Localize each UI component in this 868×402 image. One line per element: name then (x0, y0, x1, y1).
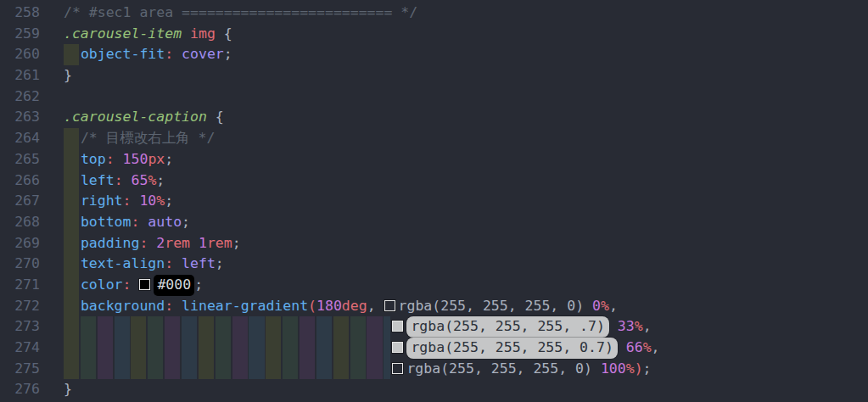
line-number[interactable]: 271 (0, 275, 40, 296)
code-line-content[interactable]: padding: 2rem 1rem; (64, 233, 241, 254)
code-token (131, 193, 139, 209)
code-token: rem (165, 235, 190, 251)
line-number[interactable]: 276 (0, 379, 40, 400)
line-number[interactable]: 258 (0, 3, 40, 24)
line-number[interactable]: 264 (0, 128, 40, 149)
line-number[interactable]: 273 (0, 316, 40, 338)
line-number[interactable]: 260 (0, 44, 40, 65)
code-token (139, 214, 148, 230)
code-token (64, 255, 81, 271)
code-line-content[interactable]: text-align: left; (64, 254, 224, 275)
code-token: linear-gradient (182, 298, 308, 314)
code-editor[interactable]: 258/* #sec1 area =======================… (0, 0, 868, 402)
line-number[interactable]: 272 (0, 296, 40, 317)
code-line[interactable]: 269 padding: 2rem 1rem; (0, 233, 868, 254)
line-number[interactable]: 263 (0, 107, 40, 128)
code-token (115, 151, 123, 167)
code-line[interactable]: 267 right: 10%; (0, 191, 868, 212)
code-token: : (165, 298, 173, 314)
code-line-content[interactable]: left: 65%; (64, 170, 165, 192)
code-line[interactable]: 268 bottom: auto; (0, 212, 868, 233)
code-line[interactable]: 264 /* 目標改右上角 */ (0, 128, 868, 149)
code-token: padding (81, 235, 140, 251)
color-swatch-icon[interactable] (392, 363, 403, 374)
code-line-content[interactable]: /* 目標改右上角 */ (64, 128, 215, 149)
code-token: rem (207, 235, 232, 251)
code-line[interactable]: 265 top: 150px; (0, 149, 868, 170)
line-number[interactable]: 269 (0, 233, 40, 254)
code-line-content[interactable]: } (64, 379, 72, 400)
code-line-content[interactable]: rgba(255, 255, 255, .7) 33%, (64, 316, 652, 338)
code-token (64, 318, 392, 334)
color-swatch-icon[interactable] (384, 300, 395, 311)
line-number[interactable]: 261 (0, 65, 40, 87)
color-preview-pill: rgba(255, 255, 255, 0.7) (406, 338, 617, 359)
code-line-content[interactable]: object-fit: cover; (64, 44, 232, 65)
line-number[interactable]: 270 (0, 254, 40, 275)
line-number[interactable]: 267 (0, 191, 40, 212)
code-token: ; (232, 235, 241, 251)
code-line[interactable]: 266 left: 65%; (0, 170, 868, 192)
line-number[interactable]: 259 (0, 24, 40, 45)
line-number[interactable]: 268 (0, 212, 40, 233)
code-line[interactable]: 276} (0, 379, 868, 400)
code-token: 33 (618, 318, 635, 334)
code-token (609, 318, 618, 334)
code-token: 65 (132, 172, 148, 188)
code-token (64, 339, 392, 355)
color-preview-pill: #000 (154, 275, 194, 296)
code-token: 66 (626, 339, 643, 355)
code-line-content[interactable]: color: #000; (64, 275, 203, 296)
code-line-content[interactable]: top: 150px; (64, 149, 173, 170)
line-number[interactable]: 266 (0, 170, 40, 192)
color-swatch-icon[interactable] (139, 279, 150, 290)
code-line[interactable]: 261} (0, 65, 868, 87)
code-line[interactable]: 274 rgba(255, 255, 255, 0.7) 66%, (0, 338, 868, 359)
code-line[interactable]: 271 color: #000; (0, 275, 868, 296)
code-token: { (216, 109, 224, 125)
code-line[interactable]: 270 text-align: left; (0, 254, 868, 275)
code-line-content[interactable]: right: 10%; (64, 191, 173, 212)
code-token (64, 360, 392, 377)
code-line[interactable]: 275 rgba(255, 255, 255, 0) 100%); (0, 359, 868, 380)
code-line[interactable]: 258/* #sec1 area =======================… (0, 3, 868, 24)
code-line-content[interactable]: .carousel-caption { (64, 107, 224, 128)
code-line[interactable]: 263.carousel-caption { (0, 107, 868, 128)
code-token: .carousel-item (64, 25, 182, 42)
line-number[interactable]: 275 (0, 359, 40, 380)
code-token: 180 (316, 298, 342, 314)
code-line-content[interactable]: .carousel-item img { (64, 24, 232, 45)
color-swatch-icon[interactable] (392, 342, 403, 353)
line-number[interactable]: 274 (0, 338, 40, 359)
code-line[interactable]: 273 rgba(255, 255, 255, .7) 33%, (0, 316, 868, 338)
code-token (64, 235, 81, 251)
code-token: : (115, 172, 123, 188)
code-token (173, 298, 182, 314)
code-token (64, 130, 81, 146)
code-token: right (81, 193, 123, 209)
code-line-content[interactable]: rgba(255, 255, 255, 0.7) 66%, (64, 338, 660, 359)
code-token: left (182, 255, 216, 271)
color-swatch-icon[interactable] (392, 321, 403, 332)
code-token (64, 276, 81, 293)
code-line-content[interactable]: bottom: auto; (64, 212, 190, 233)
code-line[interactable]: 259.carousel-item img { (0, 24, 868, 45)
code-line-content[interactable]: rgba(255, 255, 255, 0) 100%); (64, 359, 652, 380)
code-token: ; (165, 151, 173, 167)
line-number[interactable]: 262 (0, 87, 40, 108)
code-line[interactable]: 262 (0, 87, 868, 108)
code-line-content[interactable]: background: linear-gradient(180deg, rgba… (64, 296, 618, 317)
code-token (131, 276, 139, 293)
code-line-content[interactable]: /* #sec1 area ========================= … (64, 3, 417, 24)
code-token (64, 172, 81, 188)
code-line-content[interactable]: } (64, 65, 72, 87)
code-token: : (165, 255, 173, 271)
code-token: ; (165, 193, 173, 209)
code-token: bottom (81, 214, 132, 230)
line-number[interactable]: 265 (0, 149, 40, 170)
code-line[interactable]: 260 object-fit: cover; (0, 44, 868, 65)
code-token: ; (643, 360, 652, 377)
code-line[interactable]: 272 background: linear-gradient(180deg, … (0, 296, 868, 317)
code-token: background (81, 298, 165, 314)
code-token: ; (216, 255, 224, 271)
